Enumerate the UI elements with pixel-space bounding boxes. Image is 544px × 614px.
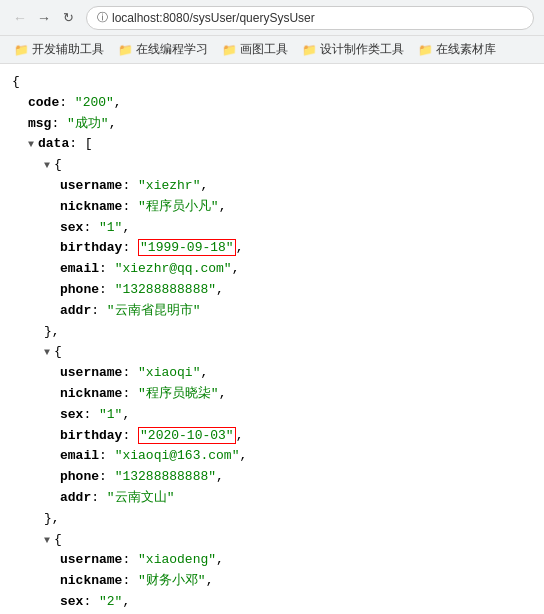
msg-line: msg: "成功", — [12, 114, 532, 135]
user1-nickname: nickname: "程序员小凡", — [12, 197, 532, 218]
user2-open: ▼{ — [12, 342, 532, 363]
bookmark-label-3: 画图工具 — [240, 41, 288, 58]
user1-sex: sex: "1", — [12, 218, 532, 239]
user2-birthday: birthday: "2020-10-03", — [12, 426, 532, 447]
user1-addr: addr: "云南省昆明市" — [12, 301, 532, 322]
folder-icon-2: 📁 — [118, 43, 133, 57]
folder-icon-3: 📁 — [222, 43, 237, 57]
bookmark-item-4[interactable]: 📁 设计制作类工具 — [296, 39, 410, 60]
bookmark-item-3[interactable]: 📁 画图工具 — [216, 39, 294, 60]
user2-nickname: nickname: "程序员晓柒", — [12, 384, 532, 405]
forward-button[interactable]: → — [34, 8, 54, 28]
user1-email: email: "xiezhr@qq.com", — [12, 259, 532, 280]
code-line: code: "200", — [12, 93, 532, 114]
bookmark-item-5[interactable]: 📁 在线素材库 — [412, 39, 502, 60]
user1-open: ▼{ — [12, 155, 532, 176]
user3-sex: sex: "2", — [12, 592, 532, 613]
user2-close: }, — [12, 509, 532, 530]
folder-icon-4: 📁 — [302, 43, 317, 57]
json-content: { code: "200", msg: "成功", ▼data: [ ▼{ us… — [0, 64, 544, 614]
back-button[interactable]: ← — [10, 8, 30, 28]
address-bar[interactable]: ⓘ localhost:8080/sysUser/querySysUser — [86, 6, 534, 30]
bookmark-label-2: 在线编程学习 — [136, 41, 208, 58]
bookmark-label-1: 开发辅助工具 — [32, 41, 104, 58]
url-text: localhost:8080/sysUser/querySysUser — [112, 11, 315, 25]
user3-open: ▼{ — [12, 530, 532, 551]
user2-addr: addr: "云南文山" — [12, 488, 532, 509]
user1-close: }, — [12, 322, 532, 343]
bookmarks-bar: 📁 开发辅助工具 📁 在线编程学习 📁 画图工具 📁 设计制作类工具 📁 在线素… — [0, 36, 544, 64]
browser-bar: ← → ↻ ⓘ localhost:8080/sysUser/querySysU… — [0, 0, 544, 36]
bookmark-item-1[interactable]: 📁 开发辅助工具 — [8, 39, 110, 60]
user2-username: username: "xiaoqi", — [12, 363, 532, 384]
lock-icon: ⓘ — [97, 10, 108, 25]
data-line: ▼data: [ — [12, 134, 532, 155]
bookmark-item-2[interactable]: 📁 在线编程学习 — [112, 39, 214, 60]
bookmark-label-5: 在线素材库 — [436, 41, 496, 58]
user2-sex: sex: "1", — [12, 405, 532, 426]
user3-username: username: "xiaodeng", — [12, 550, 532, 571]
user3-nickname: nickname: "财务小邓", — [12, 571, 532, 592]
bookmark-label-4: 设计制作类工具 — [320, 41, 404, 58]
folder-icon-1: 📁 — [14, 43, 29, 57]
refresh-button[interactable]: ↻ — [58, 8, 78, 28]
user2-email: email: "xiaoqi@163.com", — [12, 446, 532, 467]
user1-birthday: birthday: "1999-09-18", — [12, 238, 532, 259]
user2-phone: phone: "13288888888", — [12, 467, 532, 488]
opening-brace: { — [12, 72, 532, 93]
user1-username: username: "xiezhr", — [12, 176, 532, 197]
user1-phone: phone: "13288888888", — [12, 280, 532, 301]
nav-buttons: ← → ↻ — [10, 8, 78, 28]
folder-icon-5: 📁 — [418, 43, 433, 57]
